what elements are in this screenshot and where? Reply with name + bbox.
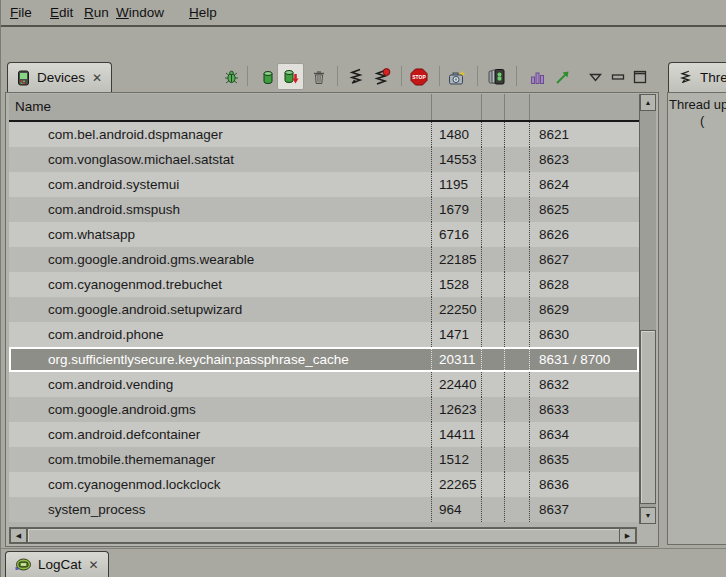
tab-logcat-close-icon[interactable]: ✕ <box>89 559 99 571</box>
threads-message-line2: ( <box>700 113 704 128</box>
process-pid: 1679 <box>431 197 481 222</box>
camera-icon <box>448 69 467 86</box>
empty-cell <box>504 472 529 497</box>
horizontal-scroll-thumb[interactable] <box>27 528 620 543</box>
process-port: 8623 <box>529 147 639 172</box>
empty-cell <box>504 247 529 272</box>
table-row[interactable]: com.bel.android.dspmanager14808621 <box>9 122 639 147</box>
ddms-window: { "menu": { "items": [ { "label": "File"… <box>0 0 726 577</box>
empty-cell <box>481 147 504 172</box>
table-row[interactable]: com.google.android.gms126238633 <box>9 397 639 422</box>
scroll-up-button[interactable]: ▲ <box>640 94 656 111</box>
process-name: com.cyanogenmod.trebuchet <box>9 272 431 297</box>
opengl-trace-button[interactable] <box>552 66 572 88</box>
column-header-port[interactable] <box>529 94 639 120</box>
table-row[interactable]: com.vonglasow.michael.satstat145538623 <box>9 147 639 172</box>
scroll-down-button[interactable]: ▼ <box>640 507 656 524</box>
screen-capture-button[interactable] <box>447 66 467 88</box>
empty-cell <box>481 197 504 222</box>
trash-icon <box>311 69 327 86</box>
table-row-selected[interactable]: org.sufficientlysecure.keychain:passphra… <box>9 347 639 372</box>
table-row[interactable]: com.android.systemui11958624 <box>9 172 639 197</box>
view-menu-button[interactable] <box>585 66 605 88</box>
maximize-button[interactable] <box>630 66 650 88</box>
table-row[interactable]: system_process9648637 <box>9 497 639 522</box>
table-row[interactable]: com.android.defcontainer144118634 <box>9 422 639 447</box>
update-heap-button[interactable] <box>258 66 278 88</box>
process-name: com.google.android.gms.wearable <box>9 247 431 272</box>
toolbar-separator <box>337 66 338 86</box>
table-row[interactable]: com.google.android.setupwizard222508629 <box>9 297 639 322</box>
screen-record-button[interactable] <box>487 66 507 88</box>
screen-record-icon <box>487 68 507 86</box>
vertical-scrollbar[interactable]: ▲ ▼ <box>639 94 656 524</box>
process-pid: 22185 <box>431 247 481 272</box>
process-pid: 12623 <box>431 397 481 422</box>
empty-cell <box>481 497 504 522</box>
process-pid: 1471 <box>431 322 481 347</box>
toolbar-separator <box>516 66 517 86</box>
menu-edit[interactable]: Edit <box>50 5 73 20</box>
dump-hprof-button[interactable] <box>277 63 304 90</box>
process-port: 8628 <box>529 272 639 297</box>
empty-cell <box>504 122 529 147</box>
process-name: com.google.android.gms <box>9 397 431 422</box>
process-name: com.android.defcontainer <box>9 422 431 447</box>
empty-cell <box>481 172 504 197</box>
column-header-name[interactable]: Name <box>9 94 431 120</box>
process-pid: 1480 <box>431 122 481 147</box>
process-port: 8626 <box>529 222 639 247</box>
menu-run[interactable]: Run <box>84 5 109 20</box>
empty-cell <box>504 372 529 397</box>
table-row[interactable]: com.cyanogenmod.lockclock222658636 <box>9 472 639 497</box>
stop-process-button[interactable]: STOP <box>409 66 429 88</box>
menu-bar: File Edit Run Window Help <box>1 0 726 27</box>
column-header-empty[interactable] <box>481 94 504 120</box>
table-row[interactable]: com.android.vending224408632 <box>9 372 639 397</box>
update-threads-button[interactable] <box>346 66 366 88</box>
menu-window[interactable]: Window <box>116 5 164 20</box>
method-profiling-button[interactable] <box>372 66 392 88</box>
process-name: com.android.smspush <box>9 197 431 222</box>
empty-cell <box>504 272 529 297</box>
debug-button[interactable] <box>221 66 241 88</box>
process-port: 8633 <box>529 397 639 422</box>
table-row[interactable]: com.cyanogenmod.trebuchet15288628 <box>9 272 639 297</box>
empty-cell <box>481 297 504 322</box>
process-name: com.tmobile.thememanager <box>9 447 431 472</box>
empty-cell <box>481 122 504 147</box>
toolbar-separator <box>401 66 402 86</box>
column-header-pid[interactable] <box>431 94 481 120</box>
empty-cell <box>504 322 529 347</box>
sysinfo-button[interactable] <box>527 66 547 88</box>
table-row[interactable]: com.whatsapp67168626 <box>9 222 639 247</box>
cause-gc-button[interactable] <box>309 66 329 88</box>
tab-threads-label: Threa <box>700 70 726 85</box>
table-row[interactable]: com.android.smspush16798625 <box>9 197 639 222</box>
empty-cell <box>504 297 529 322</box>
tab-devices[interactable]: Devices ✕ <box>7 62 112 92</box>
table-row[interactable]: com.tmobile.thememanager15128635 <box>9 447 639 472</box>
menu-help[interactable]: Help <box>189 5 217 20</box>
menu-file[interactable]: File <box>10 5 32 20</box>
scroll-right-button[interactable]: ▶ <box>619 528 636 543</box>
vertical-scroll-thumb[interactable] <box>640 330 656 504</box>
sysinfo-bars-icon <box>529 69 546 86</box>
tab-threads[interactable]: Threa <box>668 62 726 92</box>
scroll-left-button[interactable]: ◀ <box>10 528 27 543</box>
tab-logcat[interactable]: LogCat ✕ <box>5 551 109 577</box>
process-name: org.sufficientlysecure.keychain:passphra… <box>9 347 431 372</box>
table-row[interactable]: com.android.phone14718630 <box>9 322 639 347</box>
empty-cell <box>504 172 529 197</box>
horizontal-scrollbar[interactable]: ◀ ▶ <box>9 527 637 544</box>
empty-cell <box>481 447 504 472</box>
empty-cell <box>504 397 529 422</box>
column-header-empty[interactable] <box>504 94 529 120</box>
empty-cell <box>481 247 504 272</box>
table-row[interactable]: com.google.android.gms.wearable221858627 <box>9 247 639 272</box>
process-pid: 22250 <box>431 297 481 322</box>
minimize-button[interactable] <box>608 66 628 88</box>
tab-devices-close-icon[interactable]: ✕ <box>92 72 102 84</box>
process-port: 8621 <box>529 122 639 147</box>
empty-cell <box>481 422 504 447</box>
